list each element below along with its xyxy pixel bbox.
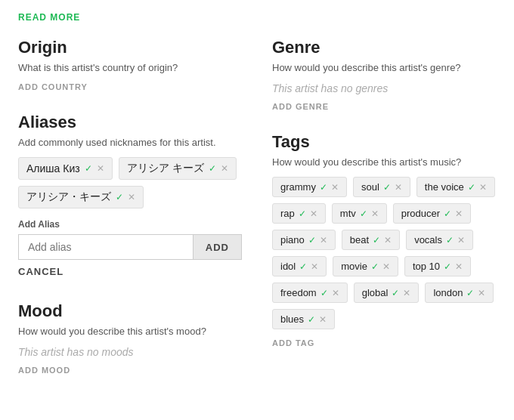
tag-item: piano✓✕: [272, 230, 336, 250]
add-alias-label: Add Alias: [18, 219, 242, 230]
alias-remove-icon[interactable]: ✕: [128, 192, 135, 202]
add-country-button[interactable]: ADD COUNTRY: [18, 82, 242, 91]
tag-remove-icon[interactable]: ✕: [478, 288, 485, 298]
tag-item: mtv✓✕: [332, 203, 387, 224]
tag-remove-icon[interactable]: ✕: [457, 235, 465, 246]
tag-remove-icon[interactable]: ✕: [403, 288, 410, 298]
tag-item: idol✓✕: [272, 256, 327, 276]
tags-desc: How would you describe this artist's mus…: [272, 156, 496, 168]
tag-text: grammy: [280, 181, 316, 193]
tag-item: blues✓✕: [272, 309, 335, 329]
origin-desc: What is this artist's country of origin?: [18, 62, 242, 73]
tag-item: freedom✓✕: [272, 283, 348, 303]
tag-remove-icon[interactable]: ✕: [479, 182, 487, 193]
add-alias-button[interactable]: ADD: [193, 234, 242, 260]
alias-tag: アリシア キーズ✓✕: [119, 157, 237, 180]
tag-text: london: [433, 287, 463, 298]
alias-tag-text: アリシア キーズ: [127, 162, 204, 175]
tag-check-icon: ✓: [444, 261, 451, 272]
tag-text: blues: [280, 313, 304, 325]
alias-remove-icon[interactable]: ✕: [221, 163, 228, 174]
tags-section: Tags How would you describe this artist'…: [272, 132, 496, 347]
tag-text: piano: [280, 234, 305, 246]
aliases-tags-container: Алиша Киз✓✕アリシア キーズ✓✕アリシア・キーズ✓✕: [18, 157, 242, 208]
tag-check-icon: ✓: [308, 314, 315, 325]
read-more-link[interactable]: READ MORE: [18, 12, 496, 23]
tags-container: grammy✓✕soul✓✕the voice✓✕rap✓✕mtv✓✕produ…: [272, 177, 496, 329]
tag-item: the voice✓✕: [416, 177, 495, 197]
add-genre-button[interactable]: ADD GENRE: [272, 102, 496, 111]
tag-remove-icon[interactable]: ✕: [331, 182, 339, 193]
tag-item: producer✓✕: [393, 203, 471, 224]
tag-check-icon: ✓: [466, 288, 474, 298]
add-alias-input[interactable]: [18, 234, 193, 260]
tag-check-icon: ✓: [373, 235, 380, 246]
mood-title: Mood: [18, 301, 242, 321]
add-tag-button[interactable]: ADD TAG: [272, 338, 496, 347]
tag-item: movie✓✕: [333, 256, 398, 276]
tag-item: global✓✕: [354, 283, 420, 303]
tag-remove-icon[interactable]: ✕: [395, 182, 402, 193]
cancel-alias-button[interactable]: CANCEL: [18, 263, 63, 280]
mood-desc: How would you describe this artist's moo…: [18, 326, 242, 337]
tag-check-icon: ✓: [360, 208, 367, 219]
tag-text: top 10: [413, 261, 440, 272]
tag-text: the voice: [425, 181, 464, 193]
alias-remove-icon[interactable]: ✕: [97, 163, 104, 174]
tag-item: vocals✓✕: [406, 230, 473, 250]
alias-tag: アリシア・キーズ✓✕: [18, 186, 144, 208]
alias-tag-text: Алиша Киз: [26, 162, 80, 174]
alias-tag: Алиша Киз✓✕: [18, 157, 113, 180]
tag-text: mtv: [340, 208, 356, 219]
tag-check-icon: ✓: [392, 288, 399, 298]
tag-text: freedom: [280, 287, 317, 298]
tag-text: global: [362, 287, 389, 298]
alias-check-icon: ✓: [85, 163, 92, 174]
tag-remove-icon[interactable]: ✕: [310, 208, 317, 219]
tag-check-icon: ✓: [468, 182, 475, 193]
tag-text: vocals: [414, 234, 442, 246]
aliases-section: Aliases Add commonly used nicknames for …: [18, 113, 242, 280]
tag-text: rap: [280, 208, 295, 219]
tag-remove-icon[interactable]: ✕: [371, 208, 379, 219]
tag-check-icon: ✓: [383, 182, 391, 193]
mood-no-items: This artist has no moods: [18, 346, 242, 358]
tag-remove-icon[interactable]: ✕: [311, 261, 318, 272]
tag-remove-icon[interactable]: ✕: [332, 288, 339, 298]
tag-item: rap✓✕: [272, 203, 326, 224]
genre-no-items: This artist has no genres: [272, 82, 496, 94]
tag-remove-icon[interactable]: ✕: [455, 208, 463, 219]
tag-remove-icon[interactable]: ✕: [384, 235, 392, 246]
tag-text: idol: [280, 261, 296, 272]
tag-text: soul: [361, 181, 379, 193]
tag-check-icon: ✓: [320, 182, 327, 193]
tag-remove-icon[interactable]: ✕: [382, 261, 390, 272]
tag-check-icon: ✓: [444, 208, 451, 219]
tag-item: grammy✓✕: [272, 177, 347, 197]
tag-check-icon: ✓: [299, 261, 307, 272]
genre-title: Genre: [272, 38, 496, 57]
tag-check-icon: ✓: [299, 208, 306, 219]
add-alias-row: ADD: [18, 234, 242, 260]
tag-text: movie: [341, 261, 367, 272]
alias-check-icon: ✓: [116, 192, 123, 202]
alias-check-icon: ✓: [209, 163, 216, 174]
tag-item: london✓✕: [425, 283, 494, 303]
tag-remove-icon[interactable]: ✕: [455, 261, 463, 272]
tag-remove-icon[interactable]: ✕: [320, 235, 327, 246]
aliases-title: Aliases: [18, 113, 242, 132]
origin-section: Origin What is this artist's country of …: [18, 38, 242, 91]
tag-check-icon: ✓: [320, 288, 328, 298]
aliases-desc: Add commonly used nicknames for this art…: [18, 137, 242, 148]
tag-check-icon: ✓: [446, 235, 454, 246]
tag-text: beat: [350, 234, 369, 246]
tags-title: Tags: [272, 132, 496, 152]
add-mood-button[interactable]: ADD MOOD: [18, 366, 242, 375]
origin-title: Origin: [18, 38, 242, 57]
tag-item: beat✓✕: [342, 230, 400, 250]
tag-check-icon: ✓: [308, 235, 316, 246]
tag-remove-icon[interactable]: ✕: [319, 314, 327, 325]
tag-text: producer: [401, 208, 440, 219]
mood-section: Mood How would you describe this artist'…: [18, 301, 242, 375]
tag-item: top 10✓✕: [404, 256, 471, 276]
